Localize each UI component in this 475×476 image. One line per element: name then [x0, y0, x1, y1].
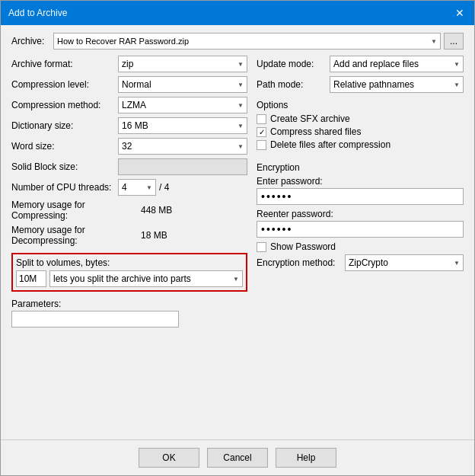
ok-button[interactable]: OK: [139, 448, 199, 468]
memory-decompress-label: Memory usage for Decompressing:: [11, 225, 141, 246]
dictionary-size-select[interactable]: 16 MB ▼: [118, 117, 247, 134]
show-password-checkbox[interactable]: [257, 242, 266, 252]
enter-password-dots: ••••••: [261, 190, 292, 203]
solid-block-input: [118, 158, 247, 175]
cpu-threads-arrow: ▼: [146, 184, 152, 191]
dialog-title: Add to Archive: [8, 8, 67, 18]
split-dropdown[interactable]: lets you split the archive into parts ▼: [49, 270, 243, 287]
show-password-label: Show Password: [270, 241, 336, 252]
close-button[interactable]: ✕: [453, 6, 467, 20]
cpu-threads-value: 4: [122, 182, 146, 193]
dictionary-size-arrow: ▼: [238, 123, 244, 129]
delete-files-checkbox[interactable]: [257, 140, 266, 150]
dictionary-size-value: 16 MB: [122, 120, 238, 131]
params-input[interactable]: [11, 311, 179, 327]
encryption-method-select[interactable]: ZipCrypto ▼: [345, 254, 464, 271]
update-mode-value: Add and replace files: [333, 59, 454, 69]
create-sfx-row: Create SFX archive: [257, 113, 464, 124]
update-mode-label: Update mode:: [257, 59, 325, 69]
memory-compress-label: Memory usage for Compressing:: [11, 200, 141, 221]
main-content: Archive format: zip ▼ Compression level:…: [11, 56, 464, 432]
compress-shared-row: ✓ Compress shared files: [257, 126, 464, 137]
browse-button[interactable]: ...: [444, 33, 464, 50]
solid-block-label: Solid Block size:: [11, 161, 118, 172]
path-mode-value: Relative pathnames: [333, 79, 454, 90]
archive-path-container: How to Recover RAR Password.zip ▼ ...: [53, 33, 464, 50]
encryption-title: Encryption: [257, 162, 464, 173]
archive-format-select[interactable]: zip ▼: [118, 56, 247, 72]
create-sfx-checkbox[interactable]: [257, 114, 266, 124]
dialog-body: Archive: How to Recover RAR Password.zip…: [1, 25, 474, 439]
archive-row: Archive: How to Recover RAR Password.zip…: [11, 33, 464, 50]
compression-method-arrow: ▼: [238, 102, 244, 109]
archive-format-row: Archive format: zip ▼: [11, 56, 247, 72]
word-size-label: Word size:: [11, 141, 118, 152]
compress-shared-label: Compress shared files: [270, 126, 361, 137]
compression-level-arrow: ▼: [238, 81, 244, 88]
compression-method-label: Compression method:: [11, 100, 118, 110]
split-input[interactable]: 10M: [16, 270, 46, 287]
split-dropdown-arrow: ▼: [233, 276, 239, 283]
compress-shared-checkbox[interactable]: ✓: [257, 127, 266, 137]
title-bar: Add to Archive ✕: [1, 1, 474, 25]
options-group: Options Create SFX archive ✓ Compress sh…: [257, 100, 464, 152]
cancel-button[interactable]: Cancel: [207, 448, 268, 468]
cpu-row: 4 ▼ / 4: [118, 179, 169, 196]
cpu-threads-row: Number of CPU threads: 4 ▼ / 4: [11, 179, 247, 196]
split-section: Split to volumes, bytes: 10M lets you sp…: [11, 253, 247, 292]
enter-password-label: Enter password:: [257, 176, 464, 187]
cpu-total: / 4: [159, 182, 169, 193]
word-size-arrow: ▼: [238, 143, 244, 150]
solid-block-row: Solid Block size:: [11, 158, 247, 175]
path-mode-row: Path mode: Relative pathnames ▼: [257, 76, 464, 93]
create-sfx-label: Create SFX archive: [270, 113, 350, 124]
path-mode-select[interactable]: Relative pathnames ▼: [330, 76, 464, 93]
memory-compress-value: 448 MB: [141, 205, 172, 216]
archive-dropdown-arrow: ▼: [431, 38, 437, 45]
add-to-archive-dialog: Add to Archive ✕ Archive: How to Recover…: [0, 0, 475, 476]
update-mode-row: Update mode: Add and replace files ▼: [257, 56, 464, 72]
encryption-method-row: Encryption method: ZipCrypto ▼: [257, 254, 464, 271]
split-hint: lets you split the archive into parts: [53, 273, 233, 284]
dialog-footer: OK Cancel Help: [1, 439, 474, 475]
compression-level-label: Compression level:: [11, 79, 118, 90]
reenter-password-dots: ••••••: [261, 223, 292, 235]
update-mode-arrow: ▼: [454, 61, 460, 68]
dictionary-size-row: Dictionary size: 16 MB ▼: [11, 117, 247, 134]
archive-format-value: zip: [122, 59, 238, 69]
enter-password-input[interactable]: ••••••: [257, 188, 464, 205]
update-mode-select[interactable]: Add and replace files ▼: [330, 56, 464, 72]
memory-decompress-value: 18 MB: [141, 230, 167, 241]
help-button[interactable]: Help: [276, 448, 336, 468]
word-size-select[interactable]: 32 ▼: [118, 138, 247, 155]
params-label: Parameters:: [11, 299, 247, 309]
compression-method-value: LZMA: [122, 100, 238, 110]
encryption-group: Encryption Enter password: •••••• Reente…: [257, 162, 464, 271]
split-input-row: 10M lets you split the archive into part…: [16, 270, 243, 287]
params-section: Parameters:: [11, 299, 247, 327]
left-panel: Archive format: zip ▼ Compression level:…: [11, 56, 247, 432]
archive-format-arrow: ▼: [238, 61, 244, 68]
encryption-method-value: ZipCrypto: [349, 257, 454, 268]
path-mode-arrow: ▼: [454, 81, 460, 88]
delete-files-row: Delete files after compression: [257, 139, 464, 150]
show-password-row: Show Password: [257, 241, 464, 252]
cpu-threads-select[interactable]: 4 ▼: [118, 179, 156, 196]
memory-decompress-row: Memory usage for Decompressing: 18 MB: [11, 225, 247, 246]
reenter-password-label: Reenter password:: [257, 209, 464, 219]
archive-path-text: How to Recover RAR Password.zip: [57, 37, 431, 46]
cpu-threads-label: Number of CPU threads:: [11, 182, 118, 193]
reenter-password-input[interactable]: ••••••: [257, 221, 464, 238]
encryption-method-arrow: ▼: [454, 260, 460, 267]
memory-compress-row: Memory usage for Compressing: 448 MB: [11, 200, 247, 221]
archive-path-dropdown[interactable]: How to Recover RAR Password.zip ▼: [53, 33, 441, 50]
archive-format-label: Archive format:: [11, 59, 118, 69]
dictionary-size-label: Dictionary size:: [11, 120, 118, 131]
compression-level-value: Normal: [122, 79, 238, 90]
path-mode-label: Path mode:: [257, 79, 325, 90]
encryption-method-label: Encryption method:: [257, 257, 340, 268]
word-size-value: 32: [122, 141, 238, 152]
compression-method-row: Compression method: LZMA ▼: [11, 97, 247, 113]
compression-level-select[interactable]: Normal ▼: [118, 76, 247, 93]
compression-method-select[interactable]: LZMA ▼: [118, 97, 247, 113]
